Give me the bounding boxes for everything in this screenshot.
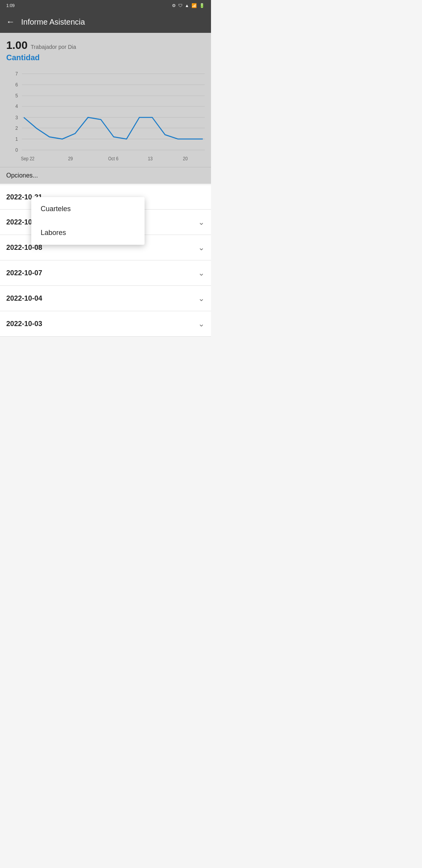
chart-section: 1.00 Trabajador por Dia Cantidad 7 [0, 33, 211, 167]
chart-value: 1.00 [6, 39, 28, 52]
app-bar-title: Informe Asistencia [21, 18, 205, 27]
list-item[interactable]: 2022-10-03 ⌄ [0, 311, 211, 337]
dropdown-menu[interactable]: Cuarteles Labores [31, 197, 145, 245]
chevron-down-icon: ⌄ [198, 294, 205, 303]
back-button[interactable]: ← [6, 17, 15, 27]
options-label: Opciones... [6, 172, 38, 179]
signal-icon: 📶 [191, 3, 197, 8]
list-item[interactable]: 2022-10-07 ⌄ [0, 260, 211, 286]
settings-icon: ⚙ [172, 3, 176, 8]
svg-text:Oct 6: Oct 6 [108, 156, 118, 161]
status-bar-left: 1:09 [6, 3, 14, 8]
date-item-label: 2022-10-03 [6, 320, 42, 328]
svg-text:29: 29 [68, 156, 73, 161]
chart-label: Cantidad [6, 53, 205, 62]
status-bar: 1:09 ⚙ 🛡 ▲ 📶 🔋 [0, 0, 211, 11]
svg-text:1: 1 [15, 136, 18, 142]
list-item[interactable]: 2022-10-04 ⌄ [0, 286, 211, 311]
content-top: 1.00 Trabajador por Dia Cantidad 7 [0, 33, 211, 184]
chart-line [24, 117, 203, 139]
chart-svg: 7 6 5 4 3 2 1 0 Sep 22 29 Oct 6 13 20 [6, 65, 205, 167]
chart-header: 1.00 Trabajador por Dia [6, 39, 205, 52]
svg-text:3: 3 [15, 115, 18, 120]
battery-icon: 🔋 [199, 3, 205, 8]
dropdown-item-cuarteles[interactable]: Cuarteles [31, 197, 145, 221]
chart-container: 7 6 5 4 3 2 1 0 Sep 22 29 Oct 6 13 20 [6, 65, 205, 167]
svg-text:4: 4 [15, 104, 18, 109]
dropdown-item-labores[interactable]: Labores [31, 221, 145, 245]
svg-text:2: 2 [15, 125, 18, 131]
chart-subtitle: Trabajador por Dia [31, 44, 76, 50]
date-item-label: 2022-10-07 [6, 269, 42, 277]
chevron-down-icon: ⌄ [198, 319, 205, 328]
status-time: 1:09 [6, 3, 14, 8]
chevron-down-icon: ⌄ [198, 217, 205, 227]
svg-text:7: 7 [15, 71, 18, 77]
svg-text:13: 13 [148, 156, 152, 161]
app-bar: ← Informe Asistencia [0, 11, 211, 33]
shield-icon: 🛡 [178, 3, 182, 8]
wifi-icon: ▲ [185, 3, 189, 8]
options-row[interactable]: Opciones... [0, 167, 211, 184]
svg-text:6: 6 [15, 82, 18, 88]
date-item-label: 2022-10-04 [6, 294, 42, 303]
svg-text:5: 5 [15, 93, 18, 99]
svg-text:0: 0 [15, 147, 18, 153]
svg-text:20: 20 [183, 156, 188, 161]
status-bar-right: ⚙ 🛡 ▲ 📶 🔋 [172, 3, 205, 8]
svg-text:Sep 22: Sep 22 [21, 156, 34, 161]
chevron-down-icon: ⌄ [198, 268, 205, 278]
chevron-down-icon: ⌄ [198, 243, 205, 252]
